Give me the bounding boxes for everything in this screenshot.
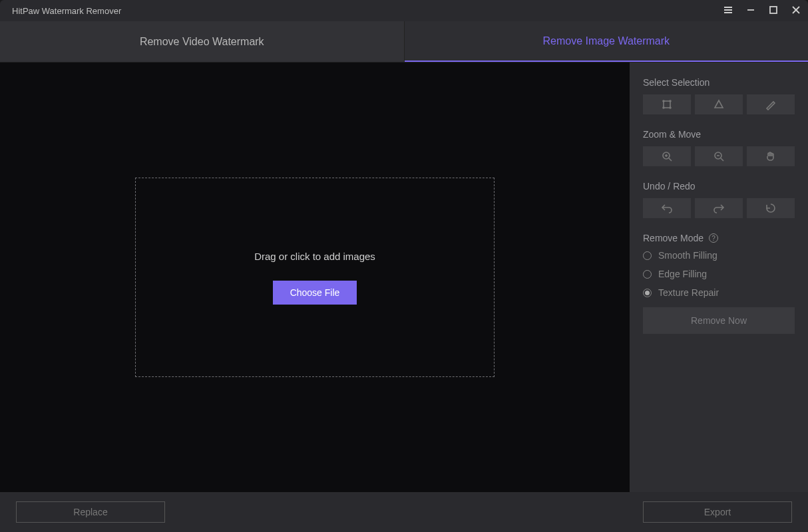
select-rect-button[interactable] [643,94,691,114]
mode-edge[interactable]: Edge Filling [643,269,795,279]
svg-rect-4 [770,7,777,13]
section-zoom: Zoom & Move [643,129,795,166]
section-mode: Remove Mode ? Smooth Filling Edge Fillin… [643,233,795,334]
radio-icon [643,270,652,279]
zoom-out-icon [713,150,725,162]
side-panel: Select Selection Zoom & Move [630,63,808,492]
reset-icon [765,202,777,214]
export-button[interactable]: Export [643,501,792,523]
brush-select-icon [765,98,777,110]
select-tool-row [643,94,795,114]
app-window: HitPaw Watermark Remover Remove Video Wa… [0,0,808,532]
section-select: Select Selection [643,77,795,114]
svg-line-18 [721,158,723,161]
zoom-in-icon [661,150,673,162]
zoom-tool-row [643,146,795,166]
radio-icon [643,251,652,260]
svg-marker-12 [715,100,723,108]
move-hand-button[interactable] [747,146,795,166]
undo-button[interactable] [643,198,691,218]
triangle-select-icon [713,98,725,110]
minimize-icon[interactable] [745,5,756,17]
select-selection-label: Select Selection [643,77,795,88]
mode-radio-group: Smooth Filling Edge Filling Texture Repa… [643,250,795,298]
close-icon[interactable] [791,5,801,17]
tab-video[interactable]: Remove Video Watermark [0,21,405,62]
zoom-out-button[interactable] [695,146,743,166]
select-brush-button[interactable] [747,94,795,114]
mode-texture[interactable]: Texture Repair [643,287,795,298]
redo-button[interactable] [695,198,743,218]
menu-icon[interactable] [723,5,733,17]
footer: Replace Export [0,492,808,532]
main-area: Drag or click to add images Choose File … [0,63,808,492]
replace-button[interactable]: Replace [16,501,165,523]
section-undo: Undo / Redo [643,181,795,218]
reset-button[interactable] [747,198,795,218]
canvas-area: Drag or click to add images Choose File [0,63,630,492]
maximize-icon[interactable] [768,5,779,17]
tab-bar: Remove Video Watermark Remove Image Wate… [0,21,808,63]
remove-now-button[interactable]: Remove Now [643,307,795,334]
help-icon[interactable]: ? [709,233,718,243]
remove-mode-label: Remove Mode ? [643,233,795,243]
dropzone[interactable]: Drag or click to add images Choose File [135,178,495,377]
undo-icon [661,202,673,214]
rect-select-icon [661,98,673,110]
svg-line-14 [669,158,672,161]
app-title: HitPaw Watermark Remover [12,6,121,16]
hand-icon [765,150,777,162]
radio-icon [643,289,652,297]
titlebar: HitPaw Watermark Remover [0,0,808,21]
dropzone-prompt: Drag or click to add images [254,251,375,262]
svg-rect-7 [664,101,670,108]
undo-tool-row [643,198,795,218]
tab-image[interactable]: Remove Image Watermark [405,21,809,62]
zoom-move-label: Zoom & Move [643,129,795,140]
zoom-in-button[interactable] [643,146,691,166]
mode-smooth[interactable]: Smooth Filling [643,250,795,261]
choose-file-button[interactable]: Choose File [273,281,357,305]
undo-redo-label: Undo / Redo [643,181,795,192]
window-controls [723,5,801,17]
redo-icon [713,202,725,214]
select-triangle-button[interactable] [695,94,743,114]
